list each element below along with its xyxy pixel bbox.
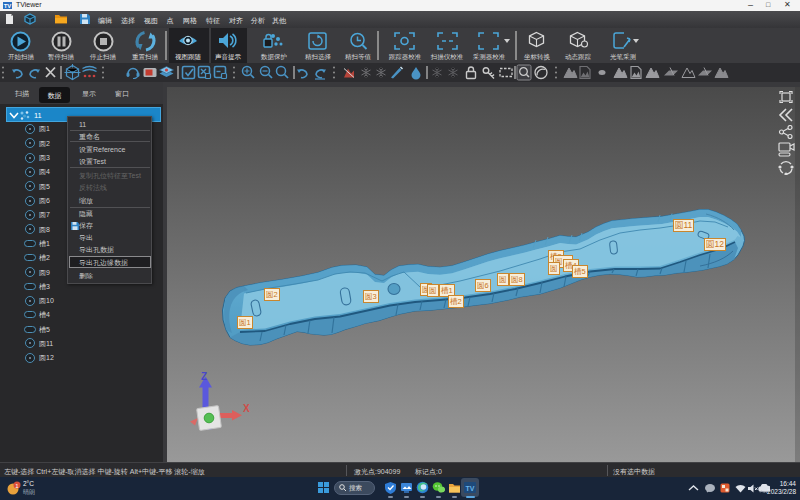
- svg-text:TV: TV: [466, 485, 475, 492]
- svg-text:X: X: [243, 403, 250, 414]
- svg-text:Z: Z: [201, 371, 207, 382]
- svg-text:TV: TV: [4, 3, 12, 9]
